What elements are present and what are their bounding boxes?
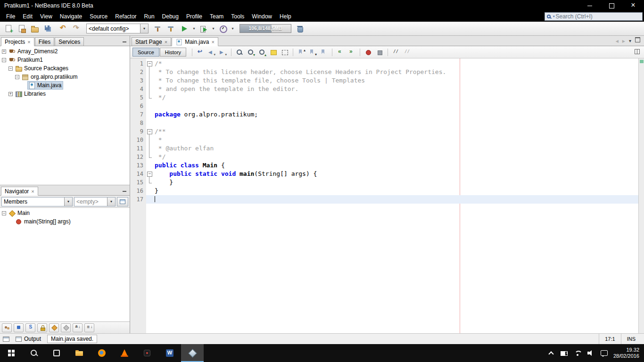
code-line[interactable]: * and open the template in the editor. <box>146 85 638 93</box>
scroll-tabs-right-button[interactable] <box>622 37 625 44</box>
close-icon[interactable]: × <box>31 189 34 194</box>
previous-bookmark-button[interactable] <box>296 48 306 57</box>
toggle-highlight-search-button[interactable] <box>268 48 279 57</box>
config-combobox[interactable]: <default config> ▾ <box>86 24 149 33</box>
tree-item-org-alpro-pratiikum[interactable]: −org.alpro.pratiikum <box>0 73 130 81</box>
taskbar-firefox-button[interactable] <box>91 344 113 362</box>
open-in-table-button[interactable] <box>117 197 128 206</box>
clean-build-project-button[interactable] <box>165 23 177 34</box>
scroll-tabs-left-button[interactable] <box>616 37 619 44</box>
uncomment-lines-button[interactable] <box>402 48 413 57</box>
show-inherited-members-button[interactable] <box>2 323 12 332</box>
tray-network-button[interactable] <box>571 344 584 362</box>
menu-source[interactable]: Source <box>86 12 111 21</box>
tray-volume-button[interactable] <box>584 344 597 362</box>
split-editor-button[interactable] <box>635 49 640 56</box>
menu-refactor[interactable]: Refactor <box>111 12 140 21</box>
garbage-collect-button[interactable] <box>294 23 306 34</box>
shift-line-right-button[interactable] <box>347 48 357 57</box>
taskbar-file-explorer-button[interactable] <box>68 344 91 362</box>
chevron-down-icon[interactable]: ▾ <box>107 197 115 206</box>
comment-lines-button[interactable] <box>391 48 401 57</box>
output-tab-button[interactable]: Output <box>13 335 44 343</box>
taskbar-vlc-button[interactable] <box>113 344 136 362</box>
tray-hidden-icons-button[interactable] <box>545 344 558 362</box>
code-line[interactable]: public static void main(String[] args) { <box>146 170 638 178</box>
sort-by-name-button[interactable] <box>73 323 83 332</box>
debug-project-button[interactable] <box>198 23 210 34</box>
source-view-button[interactable]: Source <box>132 48 159 57</box>
next-bookmark-button[interactable] <box>307 48 318 57</box>
debug-project-dropdown-button[interactable]: ▾ <box>211 23 216 34</box>
menu-help[interactable]: Help <box>276 12 295 21</box>
code-line[interactable]: */ <box>146 153 638 161</box>
menu-edit[interactable]: Edit <box>19 12 36 21</box>
code-line[interactable]: */ <box>146 93 638 102</box>
tree-item-libraries[interactable]: +Libraries <box>0 90 130 98</box>
tab-projects[interactable]: Projects× <box>1 37 34 46</box>
code-line[interactable]: * @author elfan <box>146 144 638 153</box>
filter-combobox[interactable]: <empty> ▾ <box>74 197 116 206</box>
code-line[interactable]: public class Main { <box>146 161 638 170</box>
code-line[interactable]: * To change this license header, choose … <box>146 68 638 76</box>
sort-by-source-button[interactable] <box>84 323 94 332</box>
profile-project-button[interactable] <box>217 23 229 34</box>
taskbar-start-button[interactable] <box>0 344 23 362</box>
editor-tab-main-java[interactable]: Main.java× <box>172 37 218 46</box>
show-static-members-button[interactable] <box>25 323 35 332</box>
fold-collapse-icon[interactable] <box>146 59 153 68</box>
menu-view[interactable]: View <box>36 12 56 21</box>
taskbar-search-button[interactable] <box>23 344 45 362</box>
tab-list-button[interactable] <box>629 37 631 44</box>
window-close-button[interactable] <box>622 0 644 11</box>
redo-button[interactable] <box>71 23 83 34</box>
collapse-icon[interactable]: − <box>2 58 6 62</box>
menu-profile[interactable]: Profile <box>182 12 206 21</box>
find-previous-button[interactable] <box>257 48 267 57</box>
history-view-button[interactable]: History <box>160 48 186 57</box>
taskbar-clock[interactable]: 19.32 28/02/2016 <box>611 344 644 362</box>
menu-tools[interactable]: Tools <box>227 12 248 21</box>
profile-project-dropdown-button[interactable]: ▾ <box>230 23 235 34</box>
last-edit-position-button[interactable] <box>195 48 206 57</box>
tree-item-main-string-args[interactable]: main(String[] args) <box>0 217 130 226</box>
chevron-down-icon[interactable]: ▾ <box>553 15 555 18</box>
menu-navigate[interactable]: Navigate <box>56 12 86 21</box>
tree-item-pratikum1[interactable]: −Pratikum1 <box>0 56 130 64</box>
fold-collapse-icon[interactable] <box>146 170 153 178</box>
taskbar-word-button[interactable] <box>158 344 181 362</box>
show-fields-button[interactable] <box>14 323 24 332</box>
code-line[interactable]: } <box>146 178 638 187</box>
collapse-icon[interactable]: − <box>2 211 6 215</box>
new-file-button[interactable] <box>2 23 15 34</box>
taskbar-task-view-button[interactable] <box>45 344 68 362</box>
show-inner-classes-button[interactable] <box>49 323 59 332</box>
menu-file[interactable]: File <box>2 12 19 21</box>
back-button[interactable] <box>206 48 217 57</box>
run-project-button[interactable] <box>178 23 190 34</box>
members-combobox[interactable]: Members ▾ <box>1 197 73 206</box>
memory-indicator[interactable]: 106,8/148,5MB <box>239 24 291 33</box>
record-macro-button[interactable] <box>363 48 373 57</box>
code-line[interactable] <box>146 119 638 127</box>
show-non-public-members-button[interactable] <box>37 323 47 332</box>
tray-battery-button[interactable] <box>558 344 571 362</box>
expand-icon[interactable]: + <box>2 49 6 54</box>
menu-run[interactable]: Run <box>140 12 158 21</box>
find-selection-button[interactable] <box>234 48 245 57</box>
close-icon[interactable]: × <box>165 40 167 44</box>
window-group-icon[interactable] <box>3 337 9 342</box>
code-line[interactable]: } <box>146 187 638 195</box>
chevron-down-icon[interactable]: ▾ <box>140 24 148 33</box>
code-line[interactable] <box>146 102 638 110</box>
tree-item-array-dimensi2[interactable]: +Array_Dimensi2 <box>0 47 130 56</box>
chevron-down-icon[interactable]: ▾ <box>64 197 72 206</box>
minimize-navigator-panel-button[interactable] <box>123 187 126 193</box>
tab-navigator[interactable]: Navigator × <box>1 187 38 196</box>
tray-notifications-button[interactable] <box>597 344 611 362</box>
error-stripe[interactable] <box>638 58 644 333</box>
show-anonymous-inner-classes-button[interactable] <box>61 323 71 332</box>
open-project-button[interactable] <box>29 23 41 34</box>
undo-button[interactable] <box>58 23 70 34</box>
fold-collapse-icon[interactable] <box>146 127 153 136</box>
